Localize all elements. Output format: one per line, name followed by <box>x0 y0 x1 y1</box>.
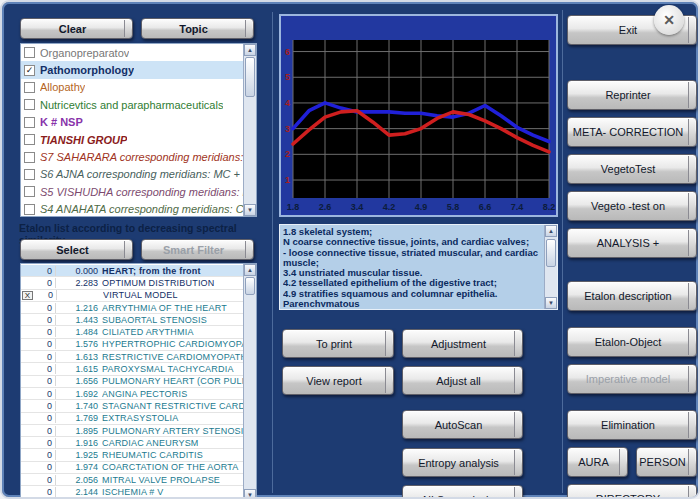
arrow-up-icon: ▲ <box>247 267 253 273</box>
topic-list-item[interactable]: Organopreparatov <box>21 44 243 61</box>
scroll-down-button[interactable]: ▼ <box>244 204 256 216</box>
etalon-list-row[interactable]: 01.484CILIATED ARYTHMIA <box>21 326 243 338</box>
arrow-up-icon: ▲ <box>247 47 253 53</box>
topic-list-item[interactable]: Nutricevtics and parapharmaceuticals <box>21 96 243 113</box>
scroll-up-button[interactable]: ▲ <box>545 225 557 237</box>
etalon-list-row[interactable]: 01.443SUBAORTAL STENOSIS <box>21 314 243 326</box>
row-count: 0 <box>32 278 56 288</box>
aura-button[interactable]: AURA <box>567 447 628 477</box>
checkbox-icon[interactable] <box>24 169 35 180</box>
spectral-similarity-value: 1.615 <box>56 364 102 374</box>
row-count: 0 <box>32 438 56 448</box>
topic-label: S5 VISHUDHA corresponding meridians: P +… <box>40 186 243 198</box>
spectral-similarity-value: 2.283 <box>56 278 102 288</box>
spectral-similarity-value: 1.484 <box>56 327 102 337</box>
etalon-list-row[interactable]: X0VIRTUAL MODEL <box>21 290 243 302</box>
scroll-up-button[interactable]: ▲ <box>244 44 256 56</box>
etalon-list-row[interactable]: 01.613RESTRICTIVE CARDIOMYOPATHY <box>21 351 243 363</box>
spectral-similarity-value: 1.916 <box>56 438 102 448</box>
topic-list-item[interactable]: S7 SAHARARA corresponding meridians: VC … <box>21 148 243 165</box>
clear-button[interactable]: Clear <box>20 18 133 39</box>
etalon-name: ISCHEMIA # V <box>102 487 243 497</box>
etalon-list-row[interactable]: 01.615PAROXYSMAL TACHYCARDIA <box>21 363 243 375</box>
checkbox-icon[interactable] <box>24 99 35 110</box>
etalon-list-row[interactable]: 01.925RHEUMATIC CARDITIS <box>21 449 243 461</box>
etalon-list-row[interactable]: 01.769EXTRASYSTOLIA <box>21 413 243 425</box>
spectral-similarity-value: 1.740 <box>56 401 102 411</box>
checkbox-icon[interactable] <box>24 186 35 197</box>
topic-label: K # NSP <box>40 116 83 128</box>
adjustment-button[interactable]: Adjustment <box>402 329 523 358</box>
spectral-similarity-value: 1.692 <box>56 389 102 399</box>
topic-label: TIANSHI GROUP <box>40 134 127 146</box>
etalon-list-row[interactable]: 02.283OPTIMUM DISTRIBUTION <box>21 277 243 289</box>
to-print-button[interactable]: To print <box>282 329 394 358</box>
spectral-similarity-value: 2.056 <box>56 475 102 485</box>
etalon-list-row[interactable]: 01.216ARRYTHMIA OF THE HEART <box>21 302 243 314</box>
nls-analysis-button[interactable]: NLS - analysis <box>402 485 523 499</box>
adjust-all-button[interactable]: Adjust all <box>402 366 523 395</box>
arrow-down-icon: ▼ <box>247 207 253 213</box>
vegetotest-button[interactable]: VegetoTest <box>567 154 697 184</box>
checkbox-icon[interactable] <box>24 134 35 145</box>
scrollbar-thumb[interactable] <box>245 277 255 295</box>
checkbox-icon[interactable] <box>24 204 35 215</box>
view-report-button[interactable]: View report <box>282 366 394 395</box>
etalon-description-button[interactable]: Etalon description <box>567 281 697 311</box>
checkbox-icon[interactable] <box>24 82 35 93</box>
checkbox-icon[interactable] <box>24 47 35 58</box>
elimination-button[interactable]: Elimination <box>567 410 697 440</box>
etalon-list-row[interactable]: 02.144ISCHEMIA # V <box>21 486 243 498</box>
topic-button[interactable]: Topic <box>141 18 254 39</box>
entropy-analysis-button[interactable]: Entropy analysis <box>402 448 523 477</box>
checkbox-icon[interactable] <box>24 117 35 128</box>
imperative-model-button[interactable]: Imperative model <box>567 364 697 394</box>
directory-button[interactable]: DIRECTORY <box>567 484 697 499</box>
topic-list-item[interactable]: TIANSHI GROUP <box>21 131 243 148</box>
topics-scrollbar[interactable]: ▲ ▼ <box>243 44 256 216</box>
description-scrollbar[interactable]: ▲ ▼ <box>544 225 557 309</box>
checkbox-icon[interactable] <box>24 152 35 163</box>
scrollbar-thumb[interactable] <box>245 57 255 97</box>
meta-correction-button[interactable]: META- CORRECTION <box>567 117 697 147</box>
main-window: Clear Topic Organopreparatov✓Pathomorpho… <box>0 0 700 499</box>
topic-list-item[interactable]: S4 ANAHATA corresponding meridians: C + … <box>21 201 243 216</box>
scrollbar-thumb[interactable] <box>546 239 556 267</box>
scroll-down-button[interactable]: ▼ <box>244 489 256 499</box>
etalon-list-row[interactable]: 01.974COARCTATION OF THE AORTA <box>21 462 243 474</box>
topic-list-item[interactable]: S6 AJNA corresponding meridians: MC + TR… <box>21 166 243 183</box>
etalon-list-row[interactable]: 01.692ANGINA PECTORIS <box>21 388 243 400</box>
topic-list-item[interactable]: S5 VISHUDHA corresponding meridians: P +… <box>21 183 243 200</box>
topic-list-item[interactable]: ✓Pathomorphology <box>21 61 243 78</box>
topic-label: Nutricevtics and parapharmaceuticals <box>40 99 223 111</box>
vegeto-test-on-button[interactable]: Vegeto -test on <box>567 191 697 221</box>
scroll-up-button[interactable]: ▲ <box>244 264 256 276</box>
topic-list-item[interactable]: Allopathy <box>21 79 243 96</box>
etalon-name: OPTIMUM DISTRIBUTION <box>102 278 243 288</box>
autoscan-button[interactable]: AutoScan <box>402 410 523 439</box>
etalon-listbox: 00.000HEART; from the front02.283OPTIMUM… <box>20 263 257 499</box>
etalon-list-row[interactable]: 01.656PULMONARY HEART (COR PULMONALE) <box>21 376 243 388</box>
smart-filter-button[interactable]: Smart Filter <box>141 239 254 260</box>
close-icon[interactable]: ✕ <box>654 5 684 35</box>
reprinter-button[interactable]: Reprinter <box>567 80 697 110</box>
etalon-scrollbar[interactable]: ▲ ▼ <box>243 264 256 499</box>
etalon-list-row[interactable]: 02.056MITRAL VALVE PROLAPSE <box>21 474 243 486</box>
etalon-object-button[interactable]: Etalon-Object <box>567 327 697 357</box>
etalon-list-row[interactable]: 01.916CARDIAC ANEURYSM <box>21 437 243 449</box>
analysis-plus-button[interactable]: ANALYSIS + <box>567 228 697 258</box>
topic-list-item[interactable]: K # NSP <box>21 114 243 131</box>
checkbox-checked-icon[interactable]: ✓ <box>24 65 35 76</box>
etalon-name: HEART; from the front <box>102 266 243 276</box>
select-button[interactable]: Select <box>20 239 133 260</box>
person-button[interactable]: PERSON <box>636 447 697 477</box>
etalon-list-row[interactable]: 01.895PULMONARY ARTERY STENOSIS <box>21 425 243 437</box>
etalon-list-row[interactable]: 01.576HYPERTROPHIC CARDIOMYOPATHY <box>21 339 243 351</box>
y-tick-label: 3 <box>285 124 290 134</box>
etalon-list-row[interactable]: 01.740STAGNANT RESTRICTIVE CARDIOMYOPATH… <box>21 400 243 412</box>
scroll-down-button[interactable]: ▼ <box>545 297 557 309</box>
divider-right <box>562 10 563 493</box>
etalon-list-row[interactable]: 00.000HEART; from the front <box>21 265 243 277</box>
row-count: 0 <box>32 339 56 349</box>
etalon-name: ARRYTHMIA OF THE HEART <box>102 303 243 313</box>
